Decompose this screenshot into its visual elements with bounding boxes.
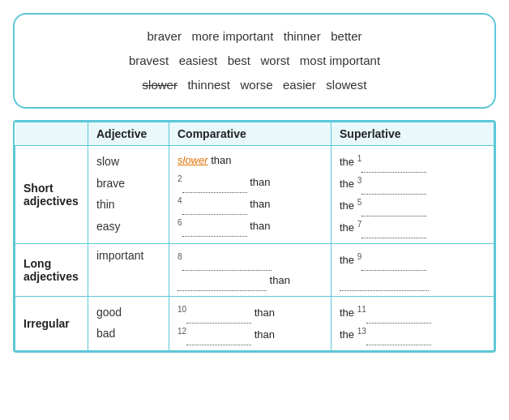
superlative-irregular: the 11 the 13 <box>331 296 494 350</box>
sup-easy: the 7 <box>340 216 485 238</box>
comp-bad: 12 than <box>178 324 323 345</box>
label-irregular: Irregular <box>15 296 88 350</box>
sup-good: the 11 <box>340 302 485 324</box>
adjectives-long: important <box>88 244 169 297</box>
word-bank: braver more important thinner better bra… <box>13 13 496 109</box>
sup-11: 11 <box>357 305 366 314</box>
comp-important-line2 <box>178 290 267 291</box>
header-comparative: Comparative <box>169 122 331 146</box>
comp-good: 10 than <box>178 302 323 324</box>
sup-9: 9 <box>357 252 362 261</box>
sup-bad: the 13 <box>340 324 485 345</box>
table-row: Longadjectives important 8 than the 9 <box>15 244 494 297</box>
table-row: Shortadjectives slow brave thin easy slo… <box>15 146 494 244</box>
sup-8: 8 <box>178 252 182 261</box>
comparative-short: slower than 2 than 4 than 6 than <box>169 146 331 244</box>
comp-easy: 6 than <box>178 215 323 237</box>
sup-1: 1 <box>357 154 362 163</box>
word-bank-content: braver more important thinner better bra… <box>129 29 380 92</box>
superlative-long: the 9 <box>331 244 494 297</box>
adj-important: important <box>96 249 143 262</box>
adj-brave: brave <box>96 173 160 195</box>
label-short-adjectives: Shortadjectives <box>15 146 88 244</box>
slower-word: slower <box>178 154 208 166</box>
sup-6: 6 <box>178 218 182 227</box>
strikethrough-word: slower <box>143 78 178 92</box>
header-empty <box>15 122 88 146</box>
table-row: Irregular good bad 10 than 12 than the 1… <box>15 296 494 350</box>
adj-good: good <box>96 302 160 324</box>
superlative-short: the 1 the 3 the 5 the 7 <box>331 146 494 244</box>
sup-thin: the 5 <box>340 195 485 216</box>
comp-thin: 4 than <box>178 193 323 215</box>
main-table-wrapper: Adjective Comparative Superlative Shorta… <box>13 120 496 353</box>
sup-4: 4 <box>178 196 182 205</box>
adj-slow: slow <box>96 151 160 173</box>
header-superlative: Superlative <box>331 122 494 146</box>
comp-easy-line <box>182 236 247 237</box>
sup-7: 7 <box>357 220 362 229</box>
adj-bad: bad <box>96 323 160 345</box>
adj-easy: easy <box>96 216 160 238</box>
sup-slow: the 1 <box>340 151 485 173</box>
adjectives-irregular: good bad <box>88 296 169 350</box>
sup-5: 5 <box>357 198 362 207</box>
comp-important-1: 8 <box>178 249 323 271</box>
comp-slow: slower than <box>178 151 323 171</box>
sup-10: 10 <box>178 305 186 314</box>
sup-important-2 <box>340 271 485 291</box>
adj-thin: thin <box>96 194 160 216</box>
header-adjective: Adjective <box>88 122 169 146</box>
sup-important-1: the 9 <box>340 249 485 271</box>
sup-brave: the 3 <box>340 173 485 195</box>
sup-12: 12 <box>178 327 186 336</box>
sup-3: 3 <box>357 176 362 185</box>
comp-slow-than: than <box>208 154 232 166</box>
adjectives-table: Adjective Comparative Superlative Shorta… <box>15 122 494 351</box>
comparative-long: 8 than <box>169 244 331 297</box>
sup-bad-line <box>366 345 431 345</box>
comp-important-2: than <box>178 271 323 291</box>
comp-brave: 2 than <box>178 171 323 193</box>
adjectives-short: slow brave thin easy <box>88 146 169 244</box>
sup-important-line2 <box>340 290 429 291</box>
sup-2: 2 <box>178 174 182 183</box>
sup-easy-line <box>361 238 426 238</box>
label-long-adjectives: Longadjectives <box>15 244 88 297</box>
sup-13: 13 <box>357 327 366 336</box>
comparative-irregular: 10 than 12 than <box>169 296 331 350</box>
comp-bad-line <box>186 345 251 345</box>
